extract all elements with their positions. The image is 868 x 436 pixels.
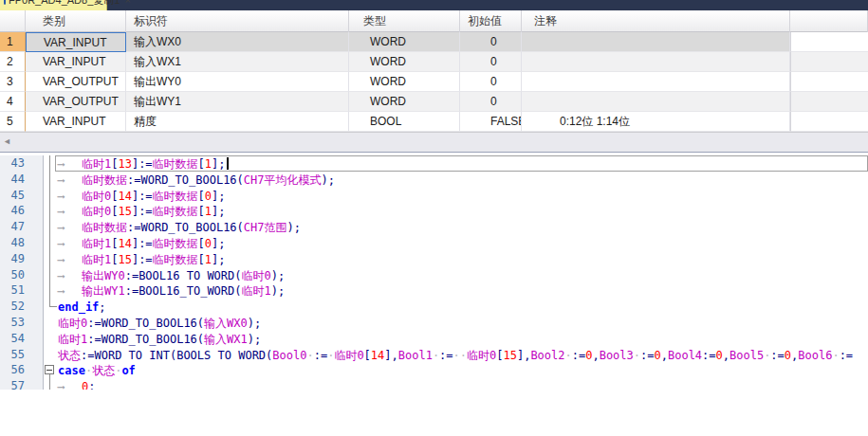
cell-comment[interactable] bbox=[522, 92, 790, 112]
row-number-cell[interactable]: 5 bbox=[0, 112, 26, 132]
column-header-comment[interactable]: 注释 bbox=[522, 10, 790, 32]
cell-comment[interactable]: 0:12位 1:14位 bbox=[522, 112, 790, 132]
cell-identifier[interactable]: 输出WY1 bbox=[126, 92, 349, 112]
row-number-cell[interactable]: 2 bbox=[0, 52, 26, 72]
code-text[interactable]: ⟶输出WY0:=BOOL16_TO_WORD(临时0); bbox=[55, 267, 868, 283]
row-filler bbox=[790, 52, 868, 72]
column-header-type[interactable]: 类型 bbox=[349, 10, 460, 32]
token-identifier: 临时数据 bbox=[153, 190, 198, 203]
code-line[interactable]: 52end_if; bbox=[0, 299, 868, 315]
cell-category[interactable]: VAR_INPUT bbox=[26, 52, 126, 72]
token-identifier: 临时1 bbox=[82, 253, 111, 266]
table-horizontal-scrollbar[interactable]: ◄ bbox=[0, 132, 868, 153]
code-text[interactable]: ⟶临时1[15]:=临时数据[1]; bbox=[55, 251, 868, 267]
code-line[interactable]: 47⟶临时数据:=WORD_TO_BOOL16(CH7范围); bbox=[0, 219, 868, 235]
cell-comment[interactable] bbox=[522, 72, 790, 92]
cell-category[interactable]: VAR_INPUT bbox=[26, 32, 126, 52]
table-row[interactable]: 3VAR_OUTPUT输出WY0WORD0 bbox=[0, 72, 868, 92]
row-number-cell[interactable]: 3 bbox=[0, 72, 26, 92]
token-punctuation: ]:= bbox=[132, 157, 153, 171]
code-line[interactable]: 54临时1:=WORD_TO_BOOL16(输入WX1); bbox=[0, 331, 868, 347]
tab-bar: FP0R_AD4_AD8_复制1 × bbox=[0, 0, 868, 10]
row-number-cell[interactable]: 4 bbox=[0, 92, 26, 112]
scroll-left-arrow-icon[interactable]: ◄ bbox=[3, 136, 11, 146]
code-text[interactable]: ⟶临时0[14]:=临时数据[0]; bbox=[55, 188, 868, 204]
st-code-editor[interactable]: 43⟶临时1[13]:=临时数据[1];44⟶临时数据:=WORD_TO_BOO… bbox=[0, 153, 868, 390]
column-header-identifier[interactable]: 标识符 bbox=[126, 10, 349, 32]
cell-identifier[interactable]: 输入WX1 bbox=[126, 52, 349, 72]
token-identifier: Bool1 bbox=[398, 349, 433, 362]
code-line[interactable]: 56case·状态·of bbox=[0, 362, 868, 378]
token-punctuation: , bbox=[592, 349, 599, 362]
code-text[interactable]: 临时0:=WORD_TO_BOOL16(输入WX0); bbox=[55, 315, 868, 331]
cell-identifier[interactable]: 精度 bbox=[126, 112, 349, 132]
code-text[interactable]: ⟶临时0[15]:=临时数据[1]; bbox=[55, 203, 868, 219]
code-text[interactable]: ⟶临时数据:=WORD_TO_BOOL16(CH7范围); bbox=[55, 219, 868, 235]
token-identifier: 临时数据 bbox=[153, 237, 198, 250]
cell-initial-value[interactable]: 0 bbox=[460, 32, 522, 52]
cell-category[interactable]: VAR_OUTPUT bbox=[26, 92, 126, 112]
cell-category[interactable]: VAR_INPUT bbox=[26, 112, 126, 132]
table-row[interactable]: 4VAR_OUTPUT输出WY1WORD0 bbox=[0, 92, 868, 112]
code-line[interactable]: 49⟶临时1[15]:=临时数据[1]; bbox=[0, 251, 868, 267]
row-number-cell[interactable]: 1 bbox=[0, 32, 26, 52]
table-header-row: 类别标识符类型初始值注释 bbox=[0, 10, 868, 32]
row-filler bbox=[790, 72, 868, 92]
cell-comment[interactable] bbox=[522, 32, 790, 52]
cell-comment[interactable] bbox=[522, 52, 790, 72]
code-text[interactable]: ⟶临时1[14]:=临时数据[0]; bbox=[55, 235, 868, 251]
code-text[interactable]: end_if; bbox=[55, 299, 868, 315]
token-number: 1 bbox=[205, 157, 212, 171]
code-line[interactable]: 57⟶0: bbox=[0, 378, 868, 390]
table-row[interactable]: 1VAR_INPUT输入WX0WORD0 bbox=[0, 32, 868, 52]
cell-category[interactable]: VAR_OUTPUT bbox=[26, 72, 126, 92]
fold-collapse-icon[interactable] bbox=[45, 365, 54, 374]
cell-identifier[interactable]: 输出WY0 bbox=[126, 72, 349, 92]
code-line[interactable]: 53临时0:=WORD_TO_BOOL16(输入WX0); bbox=[0, 315, 868, 331]
cell-type[interactable]: WORD bbox=[349, 52, 460, 72]
code-text[interactable]: ⟶输出WY1:=BOOL16_TO_WORD(临时1); bbox=[55, 282, 868, 299]
cell-initial-value[interactable]: FALSE bbox=[460, 112, 522, 132]
cell-type[interactable]: WORD bbox=[349, 92, 460, 112]
table-row[interactable]: 2VAR_INPUT输入WX1WORD0 bbox=[0, 52, 868, 72]
token-punctuation: [ bbox=[198, 205, 205, 218]
token-punctuation: := bbox=[840, 349, 853, 362]
token-punctuation: ]; bbox=[212, 237, 225, 250]
fold-margin bbox=[44, 188, 57, 204]
token-punctuation: := bbox=[87, 317, 101, 330]
code-text[interactable]: ⟶临时数据:=WORD_TO_BOOL16(CH7平均化模式); bbox=[55, 172, 868, 188]
tab-close-icon[interactable]: × bbox=[124, 0, 130, 6]
code-text[interactable]: ⟶临时1[13]:=临时数据[1]; bbox=[55, 155, 868, 172]
cell-type[interactable]: WORD bbox=[349, 72, 460, 92]
code-line[interactable]: 48⟶临时1[14]:=临时数据[0]; bbox=[0, 235, 868, 251]
column-header-category[interactable]: 类别 bbox=[26, 10, 126, 32]
token-punctuation: := bbox=[702, 349, 715, 362]
cell-type[interactable]: BOOL bbox=[349, 112, 460, 132]
token-punctuation: ]; bbox=[212, 205, 225, 218]
code-line[interactable]: 50⟶输出WY0:=BOOL16_TO_WORD(临时0); bbox=[0, 267, 868, 283]
table-row[interactable]: 5VAR_INPUT精度BOOLFALSE0:12位 1:14位 bbox=[0, 112, 868, 132]
column-header-initial-value[interactable]: 初始值 bbox=[460, 10, 522, 32]
fold-margin bbox=[44, 331, 57, 347]
code-text[interactable]: case·状态·of bbox=[55, 362, 868, 378]
code-text[interactable]: ⟶0: bbox=[55, 378, 868, 390]
code-line[interactable]: 51⟶输出WY1:=BOOL16_TO_WORD(临时1); bbox=[0, 282, 868, 299]
cell-initial-value[interactable]: 0 bbox=[460, 72, 522, 92]
code-text[interactable]: 临时1:=WORD_TO_BOOL16(输入WX1); bbox=[55, 331, 868, 347]
row-filler bbox=[790, 112, 868, 132]
code-line[interactable]: 43⟶临时1[13]:=临时数据[1]; bbox=[0, 155, 868, 172]
line-number: 46 bbox=[0, 203, 44, 219]
code-line[interactable]: 55状态:=WORD_TO_INT(BOOLS_TO_WORD(Bool0·:=… bbox=[0, 347, 868, 363]
cell-initial-value[interactable]: 0 bbox=[460, 52, 522, 72]
token-identifier: 状态 bbox=[92, 364, 115, 377]
cell-initial-value[interactable]: 0 bbox=[460, 92, 522, 112]
cell-identifier[interactable]: 输入WX0 bbox=[126, 32, 349, 52]
token-identifier: 临时1 bbox=[82, 157, 111, 171]
whitespace-dot: · bbox=[832, 349, 839, 362]
code-text[interactable]: 状态:=WORD_TO_INT(BOOLS_TO_WORD(Bool0·:=·临… bbox=[55, 347, 868, 363]
tab-fp0r-ad4-ad8[interactable]: FP0R_AD4_AD8_复制1 × bbox=[0, 0, 107, 10]
code-line[interactable]: 44⟶临时数据:=WORD_TO_BOOL16(CH7平均化模式); bbox=[0, 172, 868, 188]
code-line[interactable]: 46⟶临时0[15]:=临时数据[1]; bbox=[0, 203, 868, 219]
code-line[interactable]: 45⟶临时0[14]:=临时数据[0]; bbox=[0, 188, 868, 204]
cell-type[interactable]: WORD bbox=[349, 32, 460, 52]
